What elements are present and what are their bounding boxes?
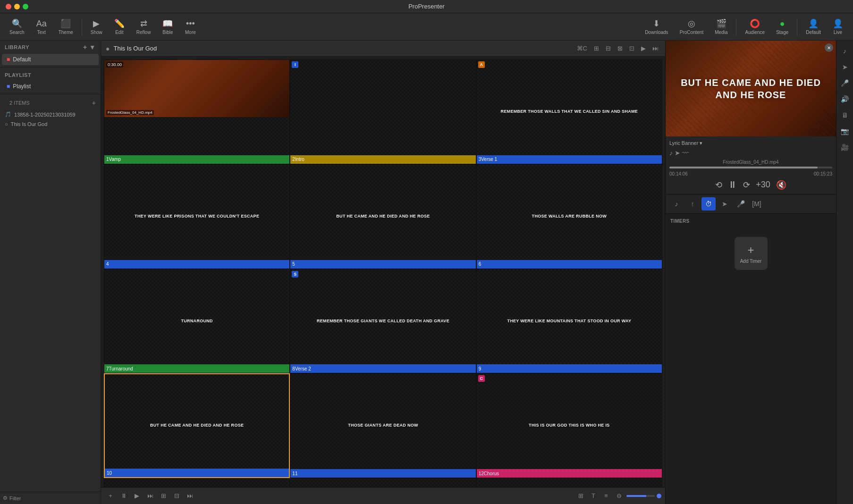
library-add-button[interactable]: +	[83, 43, 87, 51]
toolbar-separator	[82, 18, 82, 35]
toolbar-theme[interactable]: ⬛ Theme	[54, 17, 78, 37]
bt-group-btn[interactable]: ⊞	[158, 490, 169, 502]
song-ctrl-5[interactable]: ⊡	[627, 44, 636, 53]
toolbar-procontent[interactable]: ◎ ProContent	[675, 17, 709, 37]
zoom-slider[interactable]	[626, 495, 655, 497]
slide-cell-5[interactable]: BUT HE CAME AND HE DIED AND HE ROSE5	[290, 164, 476, 269]
preview-close-button[interactable]: ✕	[825, 43, 833, 52]
song-ctrl-play[interactable]: ▶	[639, 44, 648, 53]
slide-number: 5	[292, 261, 295, 267]
bottom-toolbar: + ⏸ ▶ ⏭ ⊞ ⊟ ⏭ ⊞ T ≡ ⊖	[101, 487, 665, 504]
view-list-btn[interactable]: ≡	[600, 490, 612, 502]
procontent-label: ProContent	[680, 30, 704, 35]
tc-forward-btn[interactable]: ⟳	[743, 180, 750, 190]
tab-clock[interactable]: ⏱	[701, 197, 716, 210]
minimize-button[interactable]	[14, 4, 20, 9]
slide-cell-1[interactable]: 0:30.00FrostedGlass_04_HD.mp41 Vamp	[104, 59, 290, 164]
song-controls: ⌘C ⊞ ⊟ ⊠ ⊡ ▶ ⏭	[575, 44, 660, 53]
rail-volume-icon[interactable]: 🔊	[838, 92, 852, 106]
toolbar-live[interactable]: 👤 Live	[828, 17, 848, 37]
slide-cell-3[interactable]: AREMEMBER THOSE WALLS THAT WE CALLED SIN…	[476, 59, 662, 164]
toolbar-bible[interactable]: 📖 Bible	[157, 17, 178, 37]
toolbar-audience[interactable]: ⭕ Audience	[740, 17, 769, 37]
toolbar-search[interactable]: 🔍 Search	[5, 17, 29, 37]
slide-cell-11[interactable]: THOSE GIANTS ARE DEAD NOW11	[290, 373, 476, 478]
view-text-btn[interactable]: T	[588, 490, 599, 502]
slide-label-bar: 11	[290, 469, 475, 478]
pb-send-icon[interactable]: ➤	[675, 149, 680, 157]
song-ctrl-next[interactable]: ⏭	[650, 44, 660, 53]
tab-audio[interactable]: ♪	[669, 197, 684, 210]
toolbar-separator-2	[736, 18, 736, 35]
view-minus-btn[interactable]: ⊖	[613, 490, 625, 502]
add-slide-button[interactable]: +	[105, 490, 116, 502]
slide-cell-4[interactable]: THEY WERE LIKE PRISONS THAT WE COULDN'T …	[104, 164, 290, 269]
toolbar-reflow[interactable]: ⇄ Reflow	[132, 17, 156, 37]
bt-group2-btn[interactable]: ⊟	[171, 490, 182, 502]
slide-label-bar: 10	[105, 469, 289, 477]
rail-monitor-icon[interactable]: 🖥	[838, 109, 852, 122]
toolbar-media[interactable]: 🎬 Media	[710, 17, 732, 37]
slide-cell-2[interactable]: I2 Intro	[290, 59, 476, 164]
bt-skip-btn[interactable]: ⏭	[144, 490, 156, 502]
close-button[interactable]	[6, 4, 11, 9]
view-grid-btn[interactable]: ⊞	[575, 490, 586, 502]
maximize-button[interactable]	[23, 4, 28, 9]
bt-next-btn[interactable]: ⏭	[184, 490, 195, 502]
toolbar-more[interactable]: ••• More	[180, 17, 201, 37]
toolbar-default[interactable]: 👤 Default	[801, 17, 826, 37]
sidebar-file-2[interactable]: ○ This Is Our God	[0, 119, 101, 129]
slide-cell-9[interactable]: THEY WERE LIKE MOUNTAINS THAT STOOD IN O…	[476, 269, 662, 374]
text-label: Text	[37, 30, 46, 35]
tc-pause-btn[interactable]: ⏸	[728, 179, 737, 190]
sidebar-file-1[interactable]: 🎵 13858-1-20250213031059	[0, 109, 101, 119]
theme-label: Theme	[59, 30, 73, 35]
slide-cell-15[interactable]: HE SAVES US15	[476, 478, 662, 487]
toolbar-text[interactable]: Aa Text	[31, 17, 52, 37]
toolbar-downloads[interactable]: ⬇ Downloads	[640, 17, 673, 37]
bt-pause-btn[interactable]: ⏸	[118, 490, 129, 502]
slide-cell-10[interactable]: BUT HE CAME AND HE DIED AND HE ROSE10	[104, 373, 290, 478]
slides-container[interactable]: 0:30.00FrostedGlass_04_HD.mp41 VampI2 In…	[101, 57, 665, 487]
song-ctrl-1[interactable]: ⌘C	[575, 44, 589, 53]
rail-send-icon[interactable]: ➤	[838, 60, 852, 74]
slide-label-bar: 4	[104, 260, 289, 269]
toolbar-show[interactable]: ▶ Show	[86, 17, 107, 37]
sidebar-item-default[interactable]: ■ Default	[2, 54, 99, 65]
sidebar-footer: ⚙ Filter	[0, 492, 101, 504]
song-ctrl-3[interactable]: ⊟	[604, 44, 613, 53]
add-timer-button[interactable]: + Add Timer	[735, 237, 768, 270]
song-ctrl-4[interactable]: ⊠	[616, 44, 625, 53]
tab-m[interactable]: [M]	[750, 197, 764, 210]
rail-video-icon[interactable]: 🎥	[838, 141, 852, 154]
tc-mute-btn[interactable]: 🔇	[776, 180, 786, 190]
slide-cell-12[interactable]: CTHIS IS OUR GOD THIS IS WHO HE IS12 Cho…	[476, 373, 662, 478]
playlist-header: PLAYLIST	[0, 69, 101, 81]
tab-mic[interactable]: 🎤	[734, 197, 748, 210]
filter-icon: ⚙	[3, 495, 8, 501]
library-collapse-button[interactable]: ▼	[89, 43, 96, 51]
slide-cell-14[interactable]: THIS IS OUR GOD THIS IS WHAT HE DOES14	[290, 478, 476, 487]
slide-cell-8[interactable]: SREMEMBER THOSE GIANTS WE CALLED DEATH A…	[290, 269, 476, 374]
tc-rewind-btn[interactable]: ⟲	[715, 180, 722, 190]
song-ctrl-2[interactable]: ⊞	[592, 44, 601, 53]
slide-cell-7[interactable]: Turnaround7 Turnaround	[104, 269, 290, 374]
slide-label: Turnaround	[109, 366, 133, 371]
file-1-icon: 🎵	[5, 111, 11, 118]
rail-camera-icon[interactable]: 📷	[838, 125, 852, 138]
bt-play-btn[interactable]: ▶	[131, 490, 143, 502]
tc-skip30-btn[interactable]: +30	[756, 180, 770, 190]
sidebar-item-playlist[interactable]: ■ Playlist	[2, 81, 99, 92]
tab-send[interactable]: ➤	[718, 197, 732, 210]
toolbar-edit[interactable]: ✏️ Edit	[109, 17, 130, 37]
tab-up[interactable]: ↑	[685, 197, 700, 210]
add-item-button[interactable]: +	[92, 99, 96, 107]
rail-mic-icon[interactable]: 🎤	[838, 76, 852, 90]
toolbar-stage[interactable]: ● Stage	[771, 17, 793, 37]
rail-music-icon[interactable]: ♪	[838, 44, 852, 58]
media-label: Media	[715, 30, 727, 35]
pb-wave-icon[interactable]: 〰	[682, 149, 689, 157]
pb-music-icon[interactable]: ♪	[669, 149, 673, 157]
slide-cell-13[interactable]: HE LOVES US13	[104, 478, 290, 487]
slide-cell-6[interactable]: THOSE WALLS ARE RUBBLE NOW6	[476, 164, 662, 269]
